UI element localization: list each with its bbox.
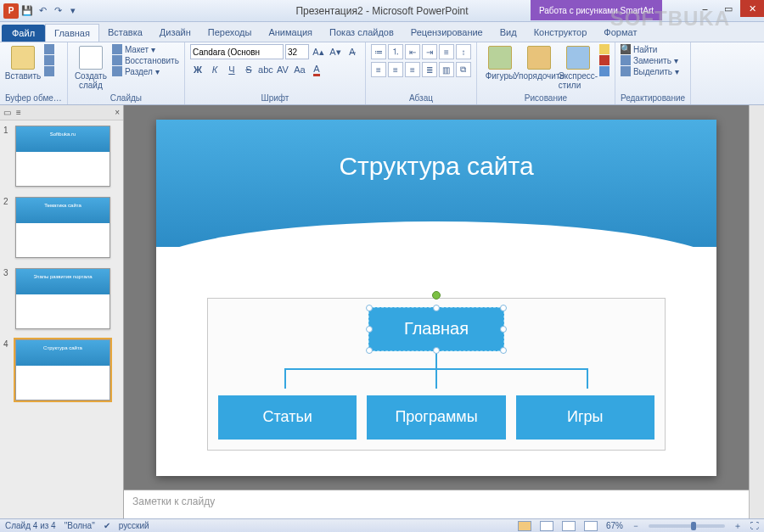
replace-button[interactable]: Заменить ▾ xyxy=(621,55,679,65)
slide-thumbnail[interactable]: 1Softbuka.ru xyxy=(0,120,123,192)
ribbon-tab[interactable]: Вид xyxy=(492,24,525,42)
file-tab[interactable]: Файл xyxy=(2,25,45,42)
slide-title[interactable]: Структура сайта xyxy=(156,152,716,181)
bold-button[interactable]: Ж xyxy=(190,62,205,77)
change-case-button[interactable]: Aa xyxy=(292,62,307,77)
new-slide-button[interactable]: Создать слайд xyxy=(73,44,109,92)
slide-thumbnail[interactable]: 4Структура сайта xyxy=(0,334,123,406)
vertical-scrollbar[interactable] xyxy=(749,105,764,518)
copy-button[interactable] xyxy=(44,55,54,65)
slides-tab-icon[interactable]: ▭ xyxy=(3,108,11,117)
ribbon-tab[interactable]: Рецензирование xyxy=(402,24,492,42)
convert-smartart-button[interactable]: ⧉ xyxy=(456,62,471,77)
notes-pane[interactable]: Заметки к слайду xyxy=(124,490,749,518)
powerpoint-icon[interactable]: P xyxy=(3,3,19,19)
ribbon-tab[interactable]: Формат xyxy=(595,24,645,42)
increase-indent-button[interactable]: ⇥ xyxy=(422,44,437,59)
zoom-thumb[interactable] xyxy=(691,522,696,530)
smartart-container[interactable]: Главная Статьи Программы Игры xyxy=(207,298,666,451)
resize-handle[interactable] xyxy=(433,347,440,354)
numbering-button[interactable]: ⒈ xyxy=(388,44,403,59)
font-size-select[interactable] xyxy=(285,44,309,59)
zoom-slider[interactable] xyxy=(649,524,725,528)
qat-customize-icon[interactable]: ▾ xyxy=(66,4,80,18)
char-spacing-button[interactable]: AV xyxy=(275,62,290,77)
columns-button[interactable]: ▥ xyxy=(439,62,454,77)
resize-handle[interactable] xyxy=(366,347,373,354)
smartart-root-node[interactable]: Главная xyxy=(368,307,504,351)
layout-button[interactable]: Макет ▾ xyxy=(112,44,179,54)
grow-font-button[interactable]: A▴ xyxy=(311,44,326,59)
italic-button[interactable]: К xyxy=(207,62,222,77)
resize-handle[interactable] xyxy=(433,305,440,311)
maximize-button[interactable]: ▭ xyxy=(716,0,740,17)
find-button[interactable]: 🔍Найти xyxy=(621,44,679,54)
underline-button[interactable]: Ч xyxy=(224,62,239,77)
qat-redo-icon[interactable]: ↷ xyxy=(51,4,65,18)
justify-button[interactable]: ≣ xyxy=(422,62,437,77)
contextual-tab-smartart[interactable]: Работа с рисунками SmartArt xyxy=(531,0,662,20)
language-indicator[interactable]: русский xyxy=(119,521,149,530)
ribbon-tab[interactable]: Показ слайдов xyxy=(321,24,402,42)
font-name-select[interactable] xyxy=(190,44,284,59)
reset-button[interactable]: Восстановить xyxy=(112,55,179,65)
align-center-button[interactable]: ≡ xyxy=(388,62,403,77)
reading-view-button[interactable] xyxy=(562,521,576,531)
shapes-button[interactable]: Фигуры xyxy=(482,44,518,82)
slide-thumbnail[interactable]: 2Тематика сайта xyxy=(0,192,123,263)
slide-thumbnail[interactable]: 3Этапы развития портала xyxy=(0,263,123,334)
spellcheck-icon[interactable]: ✔ xyxy=(104,521,110,530)
smartart-child-node[interactable]: Игры xyxy=(516,395,654,440)
text-direction-button[interactable]: ↕ xyxy=(456,44,471,59)
resize-handle[interactable] xyxy=(500,347,507,354)
quick-styles-button[interactable]: Экспресс-стили xyxy=(560,44,596,92)
zoom-in-button[interactable]: ＋ xyxy=(733,520,742,532)
shrink-font-button[interactable]: A▾ xyxy=(328,44,343,59)
resize-handle[interactable] xyxy=(500,305,507,311)
strike-button[interactable]: S xyxy=(241,62,256,77)
resize-handle[interactable] xyxy=(366,326,373,333)
decrease-indent-button[interactable]: ⇤ xyxy=(405,44,420,59)
select-button[interactable]: Выделить ▾ xyxy=(621,66,679,76)
ribbon-tab[interactable]: Анимация xyxy=(260,24,321,42)
ribbon-tab[interactable]: Конструктор xyxy=(525,24,596,42)
smartart-child-node[interactable]: Программы xyxy=(367,395,505,440)
bullets-button[interactable]: ≔ xyxy=(371,44,386,59)
normal-view-button[interactable] xyxy=(518,521,531,531)
slide-canvas[interactable]: Структура сайта Главная Ста xyxy=(124,105,749,490)
format-painter-button[interactable] xyxy=(44,66,54,76)
ribbon-tab[interactable]: Дизайн xyxy=(151,24,199,42)
cut-button[interactable] xyxy=(44,44,54,54)
outline-tab-icon[interactable]: ≡ xyxy=(16,108,21,117)
font-color-button[interactable]: A xyxy=(309,62,324,77)
ribbon-tab[interactable]: Вставка xyxy=(99,24,151,42)
shape-fill-button[interactable] xyxy=(599,44,610,54)
ribbon-tab[interactable]: Переходы xyxy=(199,24,261,42)
zoom-level[interactable]: 67% xyxy=(606,521,623,530)
slideshow-view-button[interactable] xyxy=(584,521,598,531)
align-right-button[interactable]: ≡ xyxy=(405,62,420,77)
close-panel-button[interactable]: × xyxy=(115,108,120,117)
qat-save-icon[interactable]: 💾 xyxy=(20,4,34,18)
fit-to-window-button[interactable]: ⛶ xyxy=(750,521,759,530)
resize-handle[interactable] xyxy=(366,305,373,311)
paste-button[interactable]: Вставить xyxy=(5,44,41,82)
shape-effects-button[interactable] xyxy=(599,66,610,76)
cut-icon xyxy=(44,44,54,54)
ribbon-tab[interactable]: Главная xyxy=(45,24,99,42)
line-spacing-button[interactable]: ≡ xyxy=(439,44,454,59)
minimize-button[interactable]: ‒ xyxy=(693,0,716,17)
text-shadow-button[interactable]: abc xyxy=(258,62,273,77)
arrange-button[interactable]: Упорядочить xyxy=(521,44,557,82)
close-button[interactable]: ✕ xyxy=(740,0,764,17)
qat-undo-icon[interactable]: ↶ xyxy=(36,4,49,18)
align-left-button[interactable]: ≡ xyxy=(371,62,386,77)
rotate-handle[interactable] xyxy=(432,291,441,300)
smartart-child-node[interactable]: Статьи xyxy=(218,395,357,440)
shape-outline-button[interactable] xyxy=(599,55,610,65)
sorter-view-button[interactable] xyxy=(540,521,553,531)
resize-handle[interactable] xyxy=(500,326,507,333)
clear-formatting-button[interactable]: A̶ xyxy=(345,44,360,59)
section-button[interactable]: Раздел ▾ xyxy=(112,66,179,76)
zoom-out-button[interactable]: － xyxy=(632,520,640,532)
